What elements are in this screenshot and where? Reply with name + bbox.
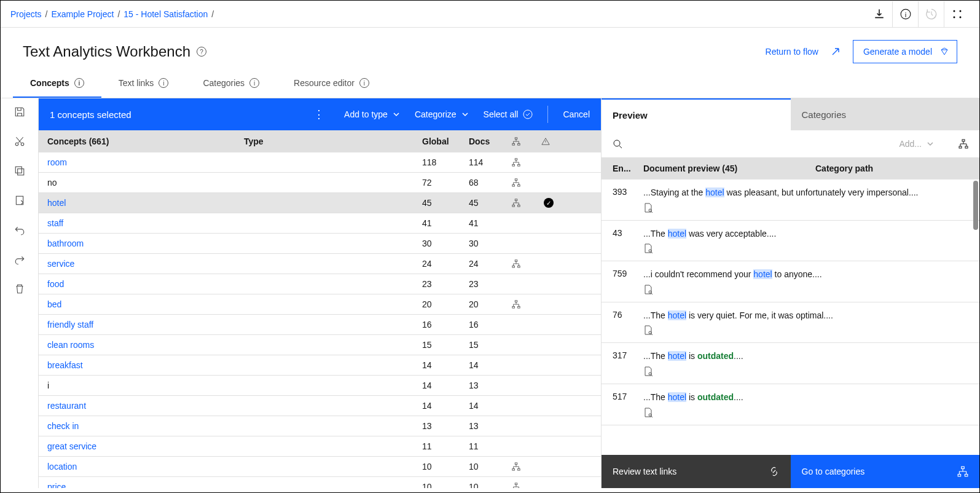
concept-link[interactable]: check in (47, 421, 79, 431)
docs-cell: 114 (469, 157, 512, 167)
breadcrumb-flow[interactable]: 15 - Hotel Satisfaction (123, 9, 208, 19)
info-icon[interactable]: i (359, 78, 369, 88)
table-row[interactable]: breakfast1414 (39, 355, 601, 376)
bottom-action-bars: Review text links Go to categories (602, 455, 979, 488)
cut-icon[interactable] (14, 135, 26, 148)
table-row[interactable]: room118114 (39, 152, 601, 173)
info-icon[interactable]: i (249, 78, 259, 88)
cancel-button[interactable]: Cancel (563, 109, 590, 119)
add-dropdown[interactable]: Add... (899, 139, 934, 149)
col-entry[interactable]: En... (613, 164, 643, 173)
tab-concepts[interactable]: Conceptsi (13, 69, 101, 98)
concept-link[interactable]: restaurant (47, 401, 86, 411)
generate-model-button[interactable]: Generate a model (853, 40, 957, 63)
concept-link[interactable]: service (47, 259, 74, 269)
tab-preview-categories[interactable]: Categories (791, 98, 980, 130)
select-all-button[interactable]: Select all (484, 109, 533, 119)
document-icon[interactable] (643, 203, 968, 213)
history-icon[interactable] (918, 1, 944, 27)
concept-link[interactable]: price (47, 482, 66, 488)
table-row[interactable]: staff4141 (39, 213, 601, 234)
preview-text: ...i couldn't recommend your hotel to an… (643, 269, 968, 294)
col-type[interactable]: Type (244, 136, 422, 146)
concept-link[interactable]: clean rooms (47, 340, 94, 350)
table-row[interactable]: food2323 (39, 274, 601, 294)
help-icon[interactable]: ? (197, 47, 206, 57)
tab-resource-editor[interactable]: Resource editori (276, 69, 386, 98)
tab-categories[interactable]: Categoriesi (186, 69, 276, 98)
svg-rect-46 (962, 467, 965, 468)
return-to-flow-link[interactable]: Return to flow (766, 47, 818, 57)
table-row[interactable]: great service1111 (39, 436, 601, 457)
concept-link[interactable]: staff (47, 218, 63, 228)
info-icon[interactable]: i (159, 78, 168, 88)
document-icon[interactable] (643, 243, 968, 253)
concept-link[interactable]: location (47, 462, 77, 471)
concept-link[interactable]: food (47, 279, 64, 289)
preview-row[interactable]: 43...The hotel was very acceptable.... (602, 221, 979, 262)
review-text-links-button[interactable]: Review text links (602, 455, 791, 488)
col-warning-icon[interactable] (541, 137, 566, 146)
col-hierarchy-icon[interactable] (512, 137, 536, 146)
concept-link[interactable]: great service (47, 441, 96, 451)
preview-row[interactable]: 393...Staying at the hotel was pleasant,… (602, 179, 979, 221)
paste-icon[interactable] (14, 194, 26, 207)
info-icon[interactable]: i (74, 78, 84, 88)
tab-preview[interactable]: Preview (602, 98, 791, 130)
download-icon[interactable] (866, 1, 892, 27)
table-row[interactable]: check in1313 (39, 416, 601, 436)
table-row[interactable]: i1413 (39, 376, 601, 396)
preview-row[interactable]: 759...i couldn't recommend your hotel to… (602, 261, 979, 302)
table-row[interactable]: price1010 (39, 477, 601, 488)
search-icon[interactable] (613, 139, 622, 149)
overflow-menu-icon[interactable]: ⋮ (308, 108, 329, 121)
global-cell: 15 (422, 340, 469, 350)
copy-icon[interactable] (14, 165, 26, 177)
concept-link[interactable]: hotel (47, 198, 66, 208)
table-row[interactable]: restaurant1414 (39, 396, 601, 416)
col-doc-preview[interactable]: Document preview (45) (643, 164, 815, 173)
redo-icon[interactable] (14, 253, 26, 266)
document-icon[interactable] (643, 408, 968, 417)
save-icon[interactable] (14, 106, 26, 118)
right-tabs: Preview Categories (602, 98, 979, 130)
document-icon[interactable] (643, 285, 968, 294)
col-category-path[interactable]: Category path (815, 164, 968, 173)
table-row[interactable]: friendly staff1616 (39, 315, 601, 335)
table-row[interactable]: no7268 (39, 173, 601, 193)
hierarchy-icon[interactable] (958, 139, 968, 149)
preview-row[interactable]: 317...The hotel is outdated.... (602, 343, 979, 384)
add-to-type-button[interactable]: Add to type (344, 109, 400, 119)
breadcrumb-projects[interactable]: Projects (10, 9, 42, 19)
col-concepts[interactable]: Concepts (661) (47, 136, 244, 146)
concept-link[interactable]: room (47, 157, 67, 167)
concept-link[interactable]: bathroom (47, 239, 84, 248)
concept-link[interactable]: friendly staff (47, 320, 93, 329)
breadcrumb-project[interactable]: Example Project (51, 9, 114, 19)
svg-point-2 (953, 10, 955, 12)
concept-link[interactable]: bed (47, 299, 61, 309)
document-icon[interactable] (643, 325, 968, 335)
preview-row[interactable]: 517...The hotel is outdated.... (602, 384, 979, 425)
info-icon[interactable]: i (892, 1, 918, 27)
col-docs[interactable]: Docs (469, 136, 512, 146)
table-row[interactable]: bathroom3030 (39, 234, 601, 254)
table-row[interactable]: bed2020 (39, 294, 601, 315)
tab-text-links[interactable]: Text linksi (101, 69, 186, 98)
go-to-categories-button[interactable]: Go to categories (791, 455, 980, 488)
apps-icon[interactable] (944, 1, 970, 27)
expand-icon[interactable] (831, 47, 841, 57)
table-row[interactable]: service2424 (39, 254, 601, 274)
categorize-button[interactable]: Categorize (415, 109, 469, 119)
concept-link[interactable]: breakfast (47, 360, 83, 370)
table-row[interactable]: clean rooms1515 (39, 335, 601, 355)
col-global[interactable]: Global (422, 136, 469, 146)
trash-icon[interactable] (14, 283, 26, 295)
preview-row[interactable]: 76...The hotel is very quiet. For me, it… (602, 302, 979, 344)
table-row[interactable]: hotel4545✓ (39, 193, 601, 213)
svg-rect-14 (518, 144, 520, 146)
document-icon[interactable] (643, 366, 968, 376)
table-row[interactable]: location1010 (39, 457, 601, 477)
entry-id: 317 (613, 350, 643, 376)
undo-icon[interactable] (14, 224, 26, 236)
